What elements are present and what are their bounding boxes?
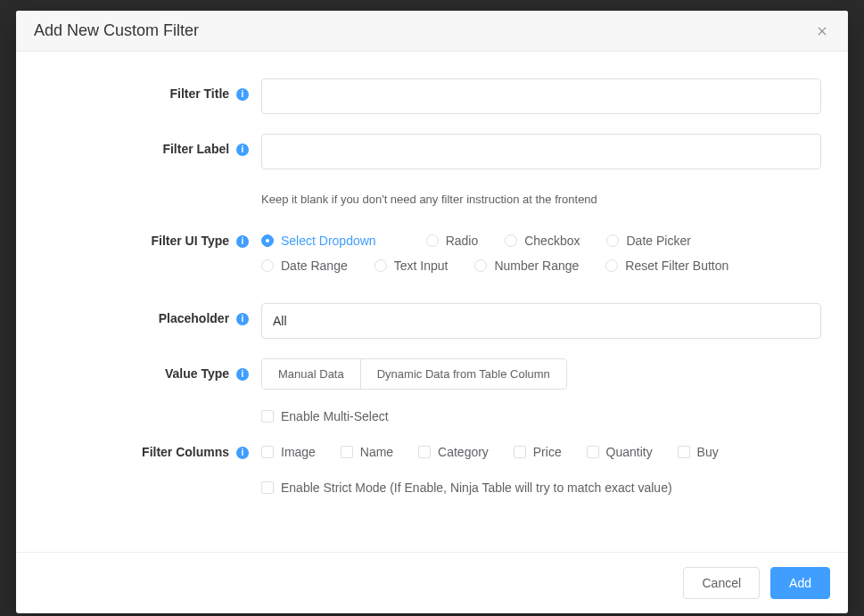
close-icon <box>816 25 828 37</box>
row-filter-label: Filter Label i Keep it blank if you don'… <box>43 134 821 206</box>
info-icon[interactable]: i <box>236 313 249 325</box>
row-filter-columns: Filter Columns i Image Name Category <box>43 445 821 461</box>
row-value-type: Value Type i Manual Data Dynamic Data fr… <box>43 358 821 390</box>
checkbox-col-image[interactable]: Image <box>261 445 316 459</box>
modal-title: Add New Custom Filter <box>34 21 199 40</box>
row-placeholder: Placeholder i <box>43 303 821 339</box>
row-filter-ui-type: Filter UI Type i Select Dropdown Radio <box>43 226 821 283</box>
label-value-type: Value Type i <box>43 358 261 381</box>
checkbox-icon <box>341 446 353 458</box>
checkbox-col-category[interactable]: Category <box>418 445 489 459</box>
info-icon[interactable]: i <box>236 368 249 381</box>
seg-manual-data[interactable]: Manual Data <box>262 359 361 389</box>
radio-icon <box>505 234 517 247</box>
modal-header: Add New Custom Filter <box>16 11 848 52</box>
checkbox-icon <box>587 446 599 458</box>
cancel-button[interactable]: Cancel <box>683 567 760 599</box>
radio-icon <box>261 259 274 272</box>
filter-label-input[interactable] <box>261 134 821 169</box>
filter-title-input[interactable] <box>261 78 821 114</box>
radio-date-range[interactable]: Date Range <box>261 259 348 273</box>
placeholder-input[interactable] <box>261 303 821 339</box>
modal-body: Filter Title i Filter Label i Keep it bl… <box>16 52 848 552</box>
radio-icon <box>426 234 439 247</box>
radio-number-range[interactable]: Number Range <box>474 259 579 273</box>
radio-icon <box>261 234 274 247</box>
checkbox-strict-mode[interactable]: Enable Strict Mode (If Enable, Ninja Tab… <box>261 480 672 495</box>
label-filter-label: Filter Label i <box>43 134 261 156</box>
checkbox-icon <box>418 446 431 458</box>
radio-text-input[interactable]: Text Input <box>374 259 448 273</box>
checkbox-icon <box>678 446 690 458</box>
modal-footer: Cancel Add <box>16 552 848 613</box>
label-placeholder: Placeholder i <box>43 303 261 325</box>
radio-icon <box>474 259 487 272</box>
info-icon[interactable]: i <box>236 88 249 101</box>
radio-select-dropdown[interactable]: Select Dropdown <box>261 234 376 248</box>
row-filter-title: Filter Title i <box>43 78 821 114</box>
value-type-segmented-control: Manual Data Dynamic Data from Table Colu… <box>261 358 567 390</box>
radio-icon <box>374 259 387 272</box>
checkbox-icon <box>261 410 274 423</box>
modal-backdrop: Add New Custom Filter Filter Title i <box>0 0 864 616</box>
seg-dynamic-data[interactable]: Dynamic Data from Table Column <box>361 359 566 389</box>
checkbox-col-price[interactable]: Price <box>514 445 562 459</box>
radio-date-picker[interactable]: Date Picker <box>606 234 690 248</box>
radio-icon <box>606 234 619 247</box>
checkbox-icon <box>261 446 274 458</box>
label-filter-ui-type: Filter UI Type i <box>43 226 261 248</box>
filter-label-help: Keep it blank if you don't need any filt… <box>261 193 821 206</box>
info-icon[interactable]: i <box>236 447 249 459</box>
radio-radio[interactable]: Radio <box>426 234 479 248</box>
info-icon[interactable]: i <box>236 144 249 156</box>
close-button[interactable] <box>814 23 830 39</box>
checkbox-col-buy[interactable]: Buy <box>678 445 719 459</box>
row-multi-select: Enable Multi-Select <box>43 409 821 425</box>
radio-icon <box>605 259 618 272</box>
radio-checkbox[interactable]: Checkbox <box>505 234 580 248</box>
label-filter-columns: Filter Columns i <box>43 445 261 459</box>
filter-ui-type-radio-group: Select Dropdown Radio Checkbox Date <box>261 226 821 283</box>
custom-filter-modal: Add New Custom Filter Filter Title i <box>16 11 848 613</box>
checkbox-icon <box>514 446 526 458</box>
radio-reset-filter-button[interactable]: Reset Filter Button <box>605 259 728 273</box>
checkbox-col-name[interactable]: Name <box>341 445 393 459</box>
add-button[interactable]: Add <box>770 567 830 599</box>
checkbox-col-quantity[interactable]: Quantity <box>587 445 653 459</box>
info-icon[interactable]: i <box>236 235 249 248</box>
row-strict-mode: Enable Strict Mode (If Enable, Ninja Tab… <box>43 480 821 497</box>
checkbox-enable-multi-select[interactable]: Enable Multi-Select <box>261 409 389 423</box>
checkbox-icon <box>261 481 274 494</box>
label-filter-title: Filter Title i <box>43 78 261 101</box>
